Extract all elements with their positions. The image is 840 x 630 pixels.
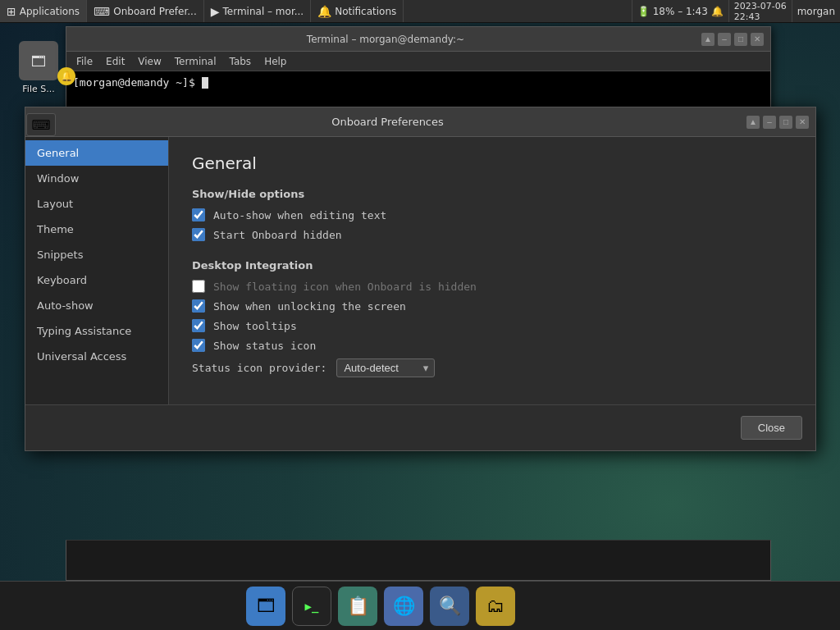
taskbar-item-applications[interactable]: ⊞ Applications — [0, 0, 87, 22]
files-icon: 🗔 — [19, 41, 58, 80]
checkbox-start-hidden: Start Onboard hidden — [192, 228, 792, 241]
taskbar-right: 🔋 18% – 1:43 🔔 2023-07-0622:43 morgan — [632, 0, 840, 22]
terminal-menu-edit[interactable]: Edit — [99, 56, 131, 67]
checkbox-show-unlock: Show when unlocking the screen — [192, 299, 792, 313]
section-title: General — [192, 153, 792, 173]
start-hidden-checkbox[interactable] — [192, 228, 205, 241]
terminal-icon: ▶ — [211, 5, 220, 18]
main-content: General Show/Hide options Auto-show when… — [169, 137, 815, 404]
terminal-prompt: [morgan@demandy ~]$ — [73, 76, 195, 89]
show-status-checkbox[interactable] — [192, 339, 205, 352]
notification-badge: 🔔 — [57, 67, 75, 85]
show-unlock-label[interactable]: Show when unlocking the screen — [213, 300, 406, 313]
desktop-icon-files[interactable]: 🗔 File S... — [10, 41, 67, 94]
sidebar-item-theme[interactable]: Theme — [25, 217, 168, 242]
taskbar-item-terminal[interactable]: ▶ Terminal – mor... — [204, 0, 311, 22]
sidebar: General Window Layout Theme Snippets Key… — [25, 137, 169, 404]
dialog-titlebar: Onboard Preferences ▲ – □ ✕ — [25, 107, 815, 137]
taskbar: ⊞ Applications ⌨ Onboard Prefer... ▶ Ter… — [0, 0, 840, 23]
terminal-minimize-btn[interactable]: ▲ — [701, 33, 714, 46]
close-button[interactable]: Close — [741, 416, 802, 440]
checkbox-show-tooltips: Show tooltips — [192, 319, 792, 332]
desktop-integration-title: Desktop Integration — [192, 259, 792, 272]
dock-icon-folder[interactable]: 🗂 — [476, 587, 515, 626]
dock-browser-icon: 🌐 — [393, 596, 415, 616]
provider-row: Status icon provider: Auto-detect AppInd… — [192, 358, 792, 377]
terminal-menu-terminal[interactable]: Terminal — [168, 56, 223, 67]
show-hide-title: Show/Hide options — [192, 188, 792, 200]
checkbox-show-floating: Show floating icon when Onboard is hidde… — [192, 280, 792, 293]
auto-show-label[interactable]: Auto-show when editing text — [213, 209, 386, 221]
start-hidden-label[interactable]: Start Onboard hidden — [213, 229, 342, 241]
keyboard-icon: ⌨ — [94, 5, 110, 18]
onboard-preferences-dialog: Onboard Preferences ▲ – □ ✕ General Wind… — [25, 107, 816, 451]
sidebar-item-snippets[interactable]: Snippets — [25, 242, 168, 267]
terminal-title: Terminal – morgan@demandy:~ — [73, 34, 698, 45]
taskbar-battery: 🔋 18% – 1:43 🔔 — [632, 0, 728, 22]
dock-icon-browser[interactable]: 🌐 — [384, 587, 423, 626]
checkbox-show-status: Show status icon — [192, 339, 792, 352]
dialog-maximize-btn[interactable]: □ — [779, 116, 792, 129]
dialog-title: Onboard Preferences — [32, 116, 743, 128]
terminal-cursor — [202, 77, 208, 89]
show-floating-label[interactable]: Show floating icon when Onboard is hidde… — [213, 281, 477, 293]
terminal-menubar: File Edit View Terminal Tabs Help — [66, 52, 770, 71]
dock-terminal-icon: ▶_ — [305, 600, 319, 613]
provider-select[interactable]: Auto-detect AppIndicator GtkStatusIcon — [336, 358, 435, 377]
terminal-menu-help[interactable]: Help — [258, 56, 293, 67]
sidebar-item-keyboard[interactable]: Keyboard — [25, 267, 168, 293]
bottom-terminal-strip — [66, 540, 771, 581]
taskbar-item-notifications[interactable]: 🔔 Notifications — [311, 0, 404, 22]
provider-label: Status icon provider: — [192, 362, 326, 374]
notification-icon: 🔔 — [317, 5, 331, 18]
auto-show-checkbox[interactable] — [192, 208, 205, 221]
dock-filebrowser-icon: 📋 — [347, 596, 369, 616]
keyboard-indicator[interactable]: ⌨ — [26, 113, 56, 136]
battery-icon: 🔋 — [637, 6, 650, 17]
terminal-maximize-btn[interactable]: □ — [734, 33, 747, 46]
show-floating-checkbox[interactable] — [192, 280, 205, 293]
sidebar-item-window[interactable]: Window — [25, 166, 168, 191]
dock-icon-files[interactable]: 🗔 — [246, 587, 285, 626]
dock-icon-magnifier[interactable]: 🔍 — [430, 587, 469, 626]
sidebar-item-universal-access[interactable]: Universal Access — [25, 344, 168, 369]
dialog-close-btn[interactable]: ✕ — [796, 116, 809, 129]
dock-icon-terminal[interactable]: ▶_ — [292, 587, 331, 626]
terminal-menu-file[interactable]: File — [70, 56, 99, 67]
dialog-content: General Window Layout Theme Snippets Key… — [25, 137, 815, 404]
dock-files-icon: 🗔 — [257, 596, 275, 616]
applications-icon: ⊞ — [7, 5, 16, 18]
terminal-titlebar: Terminal – morgan@demandy:~ ▲ – □ ✕ — [66, 27, 770, 52]
sidebar-item-general[interactable]: General — [25, 140, 168, 166]
terminal-menu-view[interactable]: View — [131, 56, 167, 67]
files-label: File S... — [22, 84, 54, 94]
dialog-footer: Close — [25, 404, 815, 450]
sidebar-item-typing-assistance[interactable]: Typing Assistance — [25, 318, 168, 344]
dialog-minimize-btn[interactable]: ▲ — [746, 116, 760, 129]
taskbar-user: morgan — [792, 0, 840, 22]
dock-magnifier-icon: 🔍 — [439, 596, 461, 616]
dock-folder-icon: 🗂 — [486, 596, 504, 616]
dialog-hide-btn[interactable]: – — [763, 116, 776, 129]
taskbar-item-onboard[interactable]: ⌨ Onboard Prefer... — [87, 0, 204, 22]
terminal-minimize-btn2[interactable]: – — [718, 33, 731, 46]
show-tooltips-label[interactable]: Show tooltips — [213, 320, 297, 332]
show-status-label[interactable]: Show status icon — [213, 340, 316, 352]
show-unlock-checkbox[interactable] — [192, 299, 205, 313]
show-tooltips-checkbox[interactable] — [192, 319, 205, 332]
taskbar-datetime: 2023-07-0622:43 — [728, 0, 792, 22]
bell-icon-right: 🔔 — [711, 6, 724, 17]
dock-icon-filebrowser[interactable]: 📋 — [338, 587, 377, 626]
sidebar-item-auto-show[interactable]: Auto-show — [25, 293, 168, 318]
terminal-close-btn[interactable]: ✕ — [751, 33, 764, 46]
checkbox-auto-show: Auto-show when editing text — [192, 208, 792, 221]
sidebar-item-layout[interactable]: Layout — [25, 191, 168, 217]
provider-select-wrapper: Auto-detect AppIndicator GtkStatusIcon — [336, 358, 435, 377]
dock: 🗔 ▶_ 📋 🌐 🔍 🗂 — [0, 581, 840, 630]
terminal-menu-tabs[interactable]: Tabs — [223, 56, 258, 67]
